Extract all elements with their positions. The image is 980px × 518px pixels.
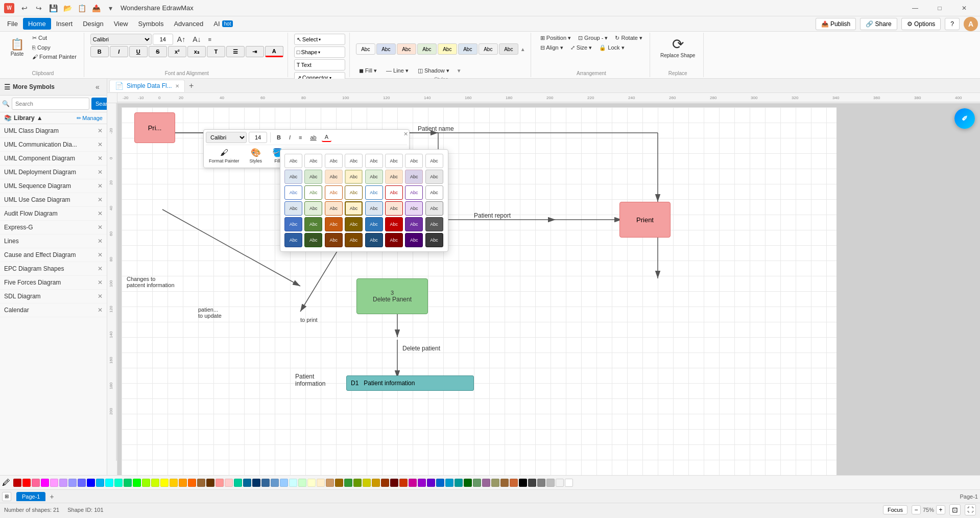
sidebar-item-uml-comm-close[interactable]: ✕	[98, 141, 103, 148]
menu-advanced[interactable]: Advanced	[169, 18, 208, 30]
template-btn[interactable]: 📋	[76, 2, 88, 14]
sidebar-collapse-btn[interactable]: «	[92, 82, 103, 92]
rotate-btn[interactable]: ↻ Rotate ▾	[612, 34, 646, 42]
text-btn[interactable]: T	[207, 46, 225, 57]
color-swatch-blue1[interactable]	[78, 479, 86, 487]
sidebar-item-epc-close[interactable]: ✕	[98, 265, 103, 272]
sidebar-item-express-close[interactable]: ✕	[98, 224, 103, 231]
shape-delete-panent[interactable]: 3 Delete Panent	[356, 278, 428, 314]
diagram-canvas[interactable]: Pri... Patient name 2 Print Panent Patie…	[122, 107, 836, 475]
sidebar-item-uml-sequence-close[interactable]: ✕	[98, 182, 103, 190]
sp-4-5[interactable]: Abc	[365, 201, 383, 216]
copy-btn[interactable]: ⎘ Copy	[29, 43, 80, 52]
shape-pri[interactable]: Pri...	[134, 112, 175, 143]
color-swatch-darkgray[interactable]	[528, 479, 536, 487]
menu-symbols[interactable]: Symbols	[133, 18, 169, 30]
color-swatch-muted-green[interactable]	[473, 479, 481, 487]
sp-1-4[interactable]: Abc	[345, 154, 363, 168]
style-swatch-3[interactable]: Abc	[397, 43, 416, 55]
sidebar-item-uml-class[interactable]: UML Class Diagram ✕	[0, 124, 107, 138]
sidebar-item-audit[interactable]: Audit Flow Diagram ✕	[0, 207, 107, 221]
sidebar-item-uml-component[interactable]: UML Component Diagram ✕	[0, 152, 107, 166]
sidebar-item-cause-close[interactable]: ✕	[98, 251, 103, 258]
italic-btn[interactable]: I	[110, 46, 128, 57]
sp-4-8[interactable]: Abc	[425, 201, 443, 216]
focus-btn[interactable]: Focus	[883, 505, 907, 514]
sp-5-4[interactable]: Abc	[345, 217, 363, 231]
color-swatch-gray[interactable]	[537, 479, 545, 487]
cut-btn[interactable]: ✂ Cut	[29, 34, 80, 42]
color-swatch-peru[interactable]	[500, 479, 509, 487]
lock-btn[interactable]: 🔒 Lock ▾	[596, 43, 627, 52]
color-swatch-darkgoldenrod[interactable]	[372, 479, 380, 487]
color-swatch-cyan[interactable]	[105, 479, 113, 487]
color-swatch-mediumseagreen[interactable]	[234, 479, 242, 487]
color-swatch-pink[interactable]	[32, 479, 40, 487]
style-swatch-2[interactable]: Abc	[376, 43, 396, 55]
color-swatch-darkgreen[interactable]	[464, 479, 472, 487]
color-swatch-green2[interactable]	[133, 479, 141, 487]
menu-home[interactable]: Home	[23, 18, 51, 30]
color-swatch-darkorange[interactable]	[188, 479, 196, 487]
color-swatch-darktan[interactable]	[335, 479, 343, 487]
color-swatch-tan[interactable]	[326, 479, 334, 487]
sidebar-item-five-forces-close[interactable]: ✕	[98, 279, 103, 286]
color-swatch-blue2[interactable]	[87, 479, 95, 487]
style-swatch-6[interactable]: Abc	[458, 43, 477, 55]
redo-btn[interactable]: ↪	[33, 2, 45, 14]
sp-3-1[interactable]: Abc	[284, 185, 302, 200]
styles-scroll-down[interactable]: ▼	[456, 65, 463, 76]
line-btn[interactable]: — Line ▾	[383, 66, 412, 75]
color-swatch-red[interactable]	[22, 479, 31, 487]
color-dropper-icon[interactable]: 🖉	[2, 478, 10, 487]
group-btn[interactable]: ⊡ Group - ▾	[575, 34, 611, 42]
align-btn[interactable]: ⊟ Align ▾	[537, 43, 566, 52]
zoom-in-btn[interactable]: +	[936, 505, 945, 514]
sp-5-1[interactable]: Abc	[284, 217, 302, 231]
share-btn[interactable]: 🔗 Share	[860, 18, 897, 30]
zoom-out-btn[interactable]: −	[912, 505, 921, 514]
page-tab-add-btn[interactable]: +	[46, 491, 57, 502]
sp-2-1[interactable]: Abc	[284, 170, 302, 184]
color-swatch-deeppink[interactable]	[409, 479, 417, 487]
sp-2-6[interactable]: Abc	[385, 170, 403, 184]
color-swatch-darkyellow[interactable]	[491, 479, 499, 487]
sp-4-1[interactable]: Abc	[284, 201, 302, 216]
color-swatch-maroon[interactable]	[390, 479, 398, 487]
shape-prient[interactable]: Prient	[619, 202, 671, 238]
shadow-btn[interactable]: ◫ Shadow ▾	[415, 66, 452, 75]
sp-3-5[interactable]: Abc	[365, 185, 383, 200]
sidebar-item-uml-deployment[interactable]: UML Deployment Diagram ✕	[0, 166, 107, 179]
maximize-btn[interactable]: □	[928, 0, 951, 16]
color-swatch-teal[interactable]	[114, 479, 123, 487]
sp-6-6[interactable]: Abc	[385, 233, 403, 247]
font-color-btn[interactable]: A	[265, 46, 283, 57]
more-btn[interactable]: ▾	[104, 2, 116, 14]
sp-2-3[interactable]: Abc	[325, 170, 343, 184]
bold-btn[interactable]: B	[90, 46, 109, 57]
menu-insert[interactable]: Insert	[51, 18, 78, 30]
sp-3-8[interactable]: Abc	[425, 185, 443, 200]
color-swatch-lavender[interactable]	[59, 479, 67, 487]
text-align-btn[interactable]: ≡	[205, 35, 214, 43]
sp-3-4[interactable]: Abc	[345, 185, 363, 200]
sidebar-item-uml-usecase[interactable]: UML Use Case Diagram ✕	[0, 193, 107, 207]
sidebar-item-lines[interactable]: Lines ✕	[0, 234, 107, 248]
color-swatch-indigo[interactable]	[427, 479, 435, 487]
sp-1-3[interactable]: Abc	[325, 154, 343, 168]
menu-view[interactable]: View	[109, 18, 133, 30]
strikethrough-btn[interactable]: S	[149, 46, 167, 57]
sidebar-item-uml-class-close[interactable]: ✕	[98, 127, 103, 134]
color-swatch-nearwhite[interactable]	[556, 479, 564, 487]
undo-btn[interactable]: ↩	[18, 2, 31, 14]
help-btn[interactable]: ?	[945, 18, 960, 30]
sp-4-2[interactable]: Abc	[304, 201, 322, 216]
color-swatch-purple[interactable]	[418, 479, 426, 487]
color-swatch-navyblue[interactable]	[252, 479, 260, 487]
sp-2-5[interactable]: Abc	[365, 170, 383, 184]
color-swatch-magenta[interactable]	[41, 479, 49, 487]
close-btn[interactable]: ✕	[952, 0, 976, 16]
style-swatch-5[interactable]: Abc	[438, 43, 457, 55]
sp-4-7[interactable]: Abc	[405, 201, 423, 216]
search-button[interactable]: Search	[91, 98, 107, 110]
